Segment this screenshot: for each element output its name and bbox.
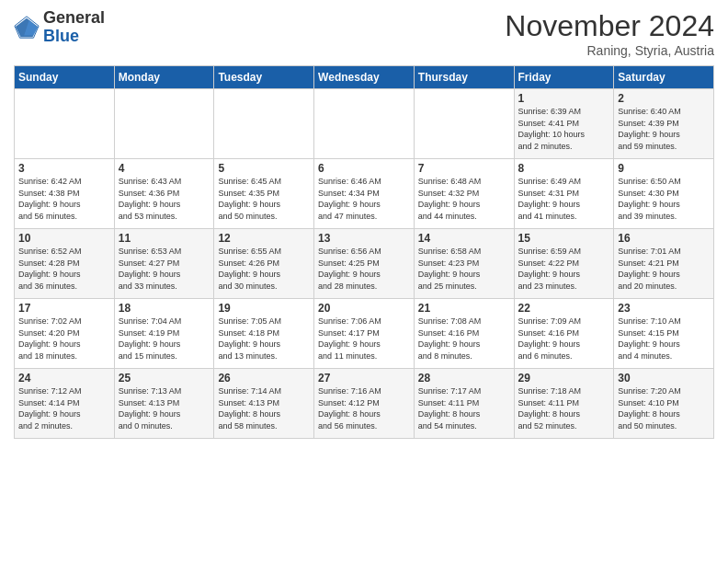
day-number: 12 [218,232,310,245]
day-header-monday: Monday [114,66,214,89]
day-number: 26 [218,372,310,385]
day-number: 1 [518,92,610,105]
day-info: Sunrise: 6:53 AM Sunset: 4:27 PM Dayligh… [119,246,210,292]
calendar-cell: 6Sunrise: 6:46 AM Sunset: 4:34 PM Daylig… [314,159,415,229]
day-header-sunday: Sunday [15,66,115,89]
day-number: 29 [518,372,610,385]
day-info: Sunrise: 7:06 AM Sunset: 4:17 PM Dayligh… [318,316,410,362]
day-number: 30 [618,372,710,385]
day-header-thursday: Thursday [414,66,514,89]
calendar-cell: 30Sunrise: 7:20 AM Sunset: 4:10 PM Dayli… [614,369,714,439]
calendar-cell [15,89,115,159]
day-number: 18 [119,302,210,315]
calendar-cell: 22Sunrise: 7:09 AM Sunset: 4:16 PM Dayli… [514,299,614,369]
calendar-cell: 26Sunrise: 7:14 AM Sunset: 4:13 PM Dayli… [214,369,314,439]
calendar-cell: 25Sunrise: 7:13 AM Sunset: 4:13 PM Dayli… [114,369,214,439]
calendar-cell: 9Sunrise: 6:50 AM Sunset: 4:30 PM Daylig… [614,159,714,229]
calendar-cell [314,89,415,159]
day-info: Sunrise: 7:09 AM Sunset: 4:16 PM Dayligh… [518,316,610,362]
day-info: Sunrise: 6:56 AM Sunset: 4:25 PM Dayligh… [318,246,410,292]
calendar-cell [214,89,314,159]
day-info: Sunrise: 7:14 AM Sunset: 4:13 PM Dayligh… [218,385,310,431]
day-number: 9 [618,162,710,175]
calendar-cell: 10Sunrise: 6:52 AM Sunset: 4:28 PM Dayli… [15,229,115,299]
page-container: General Blue November 2024 Raning, Styri… [0,0,728,448]
day-number: 17 [18,302,110,315]
calendar-cell: 20Sunrise: 7:06 AM Sunset: 4:17 PM Dayli… [314,299,415,369]
day-number: 16 [618,232,710,245]
day-header-friday: Friday [514,66,614,89]
day-info: Sunrise: 7:02 AM Sunset: 4:20 PM Dayligh… [18,316,110,362]
day-number: 22 [518,302,610,315]
calendar-cell: 24Sunrise: 7:12 AM Sunset: 4:14 PM Dayli… [15,369,115,439]
day-info: Sunrise: 7:04 AM Sunset: 4:19 PM Dayligh… [119,316,210,362]
calendar-cell: 29Sunrise: 7:18 AM Sunset: 4:11 PM Dayli… [514,369,614,439]
calendar-cell: 28Sunrise: 7:17 AM Sunset: 4:11 PM Dayli… [414,369,514,439]
calendar-cell: 21Sunrise: 7:08 AM Sunset: 4:16 PM Dayli… [414,299,514,369]
day-info: Sunrise: 7:16 AM Sunset: 4:12 PM Dayligh… [318,385,410,431]
day-number: 10 [18,232,110,245]
day-number: 5 [218,162,310,175]
calendar-cell: 14Sunrise: 6:58 AM Sunset: 4:23 PM Dayli… [414,229,514,299]
day-header-wednesday: Wednesday [314,66,415,89]
day-info: Sunrise: 6:48 AM Sunset: 4:32 PM Dayligh… [418,176,510,222]
calendar-week-1: 1Sunrise: 6:39 AM Sunset: 4:41 PM Daylig… [15,89,714,159]
calendar-cell: 3Sunrise: 6:42 AM Sunset: 4:38 PM Daylig… [15,159,115,229]
calendar-cell: 27Sunrise: 7:16 AM Sunset: 4:12 PM Dayli… [314,369,415,439]
day-info: Sunrise: 7:20 AM Sunset: 4:10 PM Dayligh… [618,385,710,431]
calendar-cell [414,89,514,159]
calendar-cell: 4Sunrise: 6:43 AM Sunset: 4:36 PM Daylig… [114,159,214,229]
calendar-cell: 16Sunrise: 7:01 AM Sunset: 4:21 PM Dayli… [614,229,714,299]
day-info: Sunrise: 7:01 AM Sunset: 4:21 PM Dayligh… [618,246,710,292]
calendar-week-5: 24Sunrise: 7:12 AM Sunset: 4:14 PM Dayli… [15,369,714,439]
day-number: 21 [418,302,510,315]
day-number: 25 [119,372,210,385]
calendar-week-2: 3Sunrise: 6:42 AM Sunset: 4:38 PM Daylig… [15,159,714,229]
calendar-cell: 8Sunrise: 6:49 AM Sunset: 4:31 PM Daylig… [514,159,614,229]
day-info: Sunrise: 6:50 AM Sunset: 4:30 PM Dayligh… [618,176,710,222]
day-info: Sunrise: 7:08 AM Sunset: 4:16 PM Dayligh… [418,316,510,362]
calendar-cell: 15Sunrise: 6:59 AM Sunset: 4:22 PM Dayli… [514,229,614,299]
calendar-cell: 11Sunrise: 6:53 AM Sunset: 4:27 PM Dayli… [114,229,214,299]
logo-text: General Blue [43,9,105,46]
location: Raning, Styria, Austria [505,43,714,58]
day-info: Sunrise: 6:45 AM Sunset: 4:35 PM Dayligh… [218,176,310,222]
day-info: Sunrise: 6:58 AM Sunset: 4:23 PM Dayligh… [418,246,510,292]
day-number: 4 [119,162,210,175]
day-info: Sunrise: 6:52 AM Sunset: 4:28 PM Dayligh… [18,246,110,292]
day-info: Sunrise: 7:17 AM Sunset: 4:11 PM Dayligh… [418,385,510,431]
day-number: 27 [318,372,410,385]
day-number: 7 [418,162,510,175]
calendar-cell: 7Sunrise: 6:48 AM Sunset: 4:32 PM Daylig… [414,159,514,229]
day-number: 20 [318,302,410,315]
calendar-cell: 2Sunrise: 6:40 AM Sunset: 4:39 PM Daylig… [614,89,714,159]
day-info: Sunrise: 6:39 AM Sunset: 4:41 PM Dayligh… [518,106,610,152]
day-header-tuesday: Tuesday [214,66,314,89]
page-header: General Blue November 2024 Raning, Styri… [14,9,714,58]
calendar-cell: 5Sunrise: 6:45 AM Sunset: 4:35 PM Daylig… [214,159,314,229]
calendar-week-4: 17Sunrise: 7:02 AM Sunset: 4:20 PM Dayli… [15,299,714,369]
day-number: 14 [418,232,510,245]
logo: General Blue [14,9,105,46]
day-info: Sunrise: 6:55 AM Sunset: 4:26 PM Dayligh… [218,246,310,292]
day-info: Sunrise: 6:40 AM Sunset: 4:39 PM Dayligh… [618,106,710,152]
day-header-saturday: Saturday [614,66,714,89]
calendar-cell: 19Sunrise: 7:05 AM Sunset: 4:18 PM Dayli… [214,299,314,369]
day-info: Sunrise: 7:18 AM Sunset: 4:11 PM Dayligh… [518,385,610,431]
day-number: 11 [119,232,210,245]
day-number: 28 [418,372,510,385]
calendar-table: SundayMondayTuesdayWednesdayThursdayFrid… [14,65,714,439]
calendar-cell: 13Sunrise: 6:56 AM Sunset: 4:25 PM Dayli… [314,229,415,299]
day-info: Sunrise: 7:10 AM Sunset: 4:15 PM Dayligh… [618,316,710,362]
day-number: 6 [318,162,410,175]
calendar-cell: 17Sunrise: 7:02 AM Sunset: 4:20 PM Dayli… [15,299,115,369]
day-info: Sunrise: 6:46 AM Sunset: 4:34 PM Dayligh… [318,176,410,222]
day-number: 23 [618,302,710,315]
day-number: 8 [518,162,610,175]
title-block: November 2024 Raning, Styria, Austria [505,9,714,58]
day-number: 19 [218,302,310,315]
day-info: Sunrise: 7:12 AM Sunset: 4:14 PM Dayligh… [18,385,110,431]
calendar-cell [114,89,214,159]
month-title: November 2024 [505,9,714,43]
logo-icon [14,15,40,40]
